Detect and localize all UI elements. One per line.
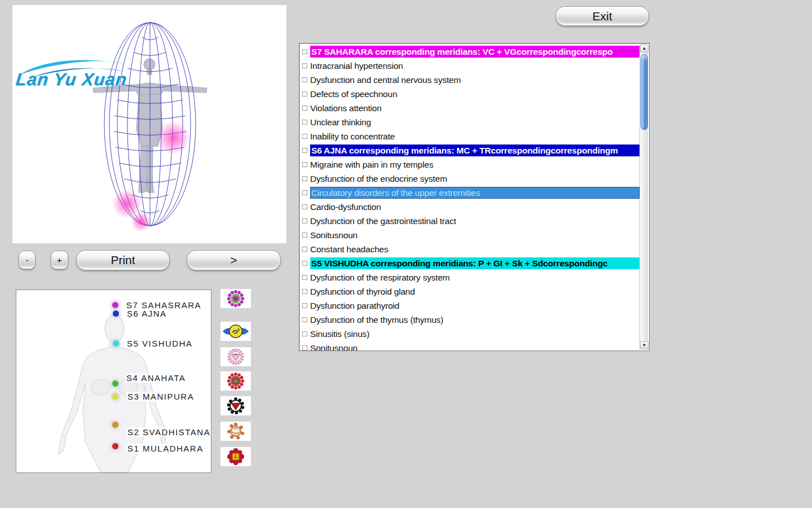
row-label: Dysfunction and central nervous system xyxy=(310,74,461,86)
row-label: Intracranial hypertension xyxy=(310,60,403,72)
list-item-row[interactable]: Dysfunction and central nervous system xyxy=(300,73,639,87)
list-item-row[interactable]: Sonitusnoun xyxy=(300,341,639,351)
list-item-row[interactable]: Dysfunction of the endocrine system xyxy=(300,172,639,186)
sahasrara-chakra-icon[interactable] xyxy=(220,289,251,308)
list-header-row[interactable]: S6 AJNA corresponding meridians: MC + TR… xyxy=(300,143,639,157)
row-label: Dysfunction of thyroid gland xyxy=(310,286,415,297)
chakra-marker-s5[interactable]: S5 VISHUDHA xyxy=(113,339,194,348)
checkbox[interactable] xyxy=(302,204,307,209)
checkbox[interactable] xyxy=(302,49,307,54)
checkbox[interactable] xyxy=(302,233,307,238)
chakra-body-map-panel: S7 SAHASRARA S6 AJNA S5 VISHUDHA S4 ANAH… xyxy=(16,290,211,473)
row-label: Circulatory disorders of the upper extre… xyxy=(310,187,639,199)
print-button[interactable]: Print xyxy=(76,250,170,270)
manipura-chakra-icon[interactable] xyxy=(220,396,251,415)
row-label: S7 SAHARARA corresponding meridians: VC … xyxy=(310,46,639,58)
chakra-dot-s5 xyxy=(113,340,119,347)
chakra-dot-s6 xyxy=(113,310,119,317)
checkbox[interactable] xyxy=(302,331,307,336)
checkbox[interactable] xyxy=(302,106,307,111)
chakra-label-s5: S5 VISHUDHA xyxy=(126,339,194,348)
chakra-label-s3: S3 MANIPURA xyxy=(126,392,195,401)
row-label: Sonitusnoun xyxy=(310,342,358,351)
chakra-marker-s1[interactable]: S1 MULADHARA xyxy=(112,441,205,451)
aura-wireframe-graphic xyxy=(12,5,286,243)
row-label: Sonitusnoun xyxy=(310,229,358,241)
row-label: Dysfunction of the gastrointestinal trac… xyxy=(310,215,456,227)
list-item-row[interactable]: Violations attention xyxy=(300,101,639,115)
list-item-row[interactable]: Inability to concentrate xyxy=(300,129,639,143)
row-label: Dysfunction parathyroid xyxy=(310,300,399,312)
logo: Lan Yu Xuan xyxy=(15,55,139,94)
checkbox[interactable] xyxy=(302,148,307,153)
aura-hotspot xyxy=(156,121,190,155)
anahata-chakra-icon[interactable] xyxy=(220,371,251,391)
list-item-row[interactable]: Dysfunction of the respiratory system xyxy=(300,270,639,284)
list-item-row[interactable]: Intracranial hypertension xyxy=(300,59,639,73)
list-item-row[interactable]: Constant headaches xyxy=(300,242,639,256)
chakra-marker-s2[interactable]: S2 SVADHISTANA xyxy=(112,420,211,430)
scroll-up-icon[interactable]: ▲ xyxy=(640,45,648,52)
row-label: Constant headaches xyxy=(310,243,389,255)
meridian-list[interactable]: S7 SAHARARA corresponding meridians: VC … xyxy=(299,43,650,351)
chakra-dot-s4 xyxy=(112,380,118,387)
svadhistana-chakra-icon[interactable] xyxy=(220,422,251,441)
aura-panel: Lan Yu Xuan xyxy=(12,5,286,243)
checkbox[interactable] xyxy=(302,275,307,280)
next-button[interactable]: > xyxy=(187,250,281,270)
row-label: Inability to concentrate xyxy=(310,130,395,142)
list-scrollbar[interactable]: ▲ ▼ xyxy=(639,45,648,349)
logo-text: Lan Yu Xuan xyxy=(15,69,128,90)
chakra-marker-s6[interactable]: S6 AJNA xyxy=(113,309,168,318)
checkbox[interactable] xyxy=(302,176,307,181)
list-item-row[interactable]: Dysfunction parathyroid xyxy=(300,299,639,313)
list-item-row[interactable]: Dysfunction of the gastrointestinal trac… xyxy=(300,214,639,228)
checkbox[interactable] xyxy=(302,345,307,351)
chakra-label-s1: S1 MULADHARA xyxy=(126,444,205,453)
checkbox[interactable] xyxy=(302,247,307,252)
checkbox[interactable] xyxy=(302,63,307,68)
chakra-marker-s3[interactable]: S3 MANIPURA xyxy=(112,392,195,401)
checkbox[interactable] xyxy=(302,162,307,167)
checkbox[interactable] xyxy=(302,303,307,308)
row-label: Violations attention xyxy=(310,102,382,114)
list-item-row[interactable]: Dysfunction of the thymus (thymus) xyxy=(300,313,639,327)
list-item-row[interactable]: Unclear thinking xyxy=(300,115,639,129)
row-label: S6 AJNA corresponding meridians: MC + TR… xyxy=(310,144,639,156)
vishudha-chakra-icon[interactable] xyxy=(220,347,251,366)
checkbox[interactable] xyxy=(302,190,307,195)
chakra-dot-s1 xyxy=(112,443,118,449)
checkbox[interactable] xyxy=(302,91,307,97)
checkbox[interactable] xyxy=(302,120,307,125)
zoom-in-button[interactable]: + xyxy=(51,251,68,269)
list-item-row[interactable]: Dysfunction of thyroid gland xyxy=(300,284,639,299)
row-label: Dysfunction of the thymus (thymus) xyxy=(310,314,443,326)
chakra-marker-s4[interactable]: S4 ANAHATA xyxy=(112,375,187,385)
exit-button[interactable]: Exit xyxy=(555,6,649,26)
ajna-chakra-icon[interactable] xyxy=(220,322,251,341)
checkbox[interactable] xyxy=(302,317,307,322)
chakra-dot-s2 xyxy=(112,422,118,428)
row-label: Defects of speechnoun xyxy=(310,88,397,100)
scrollbar-thumb[interactable] xyxy=(641,54,648,130)
chakra-label-s4: S4 ANAHATA xyxy=(125,373,187,383)
checkbox[interactable] xyxy=(302,77,307,82)
list-item-row[interactable]: Sonitusnoun xyxy=(300,228,639,242)
list-item-row[interactable]: Sinusitis (sinus) xyxy=(300,327,639,341)
checkbox[interactable] xyxy=(302,134,307,139)
list-item-row[interactable]: Defects of speechnoun xyxy=(300,87,639,101)
checkbox[interactable] xyxy=(302,289,307,294)
list-item-row[interactable]: Migraine with pain in my temples xyxy=(300,157,639,172)
list-item-row[interactable]: Circulatory disorders of the upper extre… xyxy=(300,186,639,200)
scroll-down-icon[interactable]: ▼ xyxy=(640,341,648,349)
checkbox[interactable] xyxy=(302,218,307,224)
list-header-row[interactable]: S7 SAHARARA corresponding meridians: VC … xyxy=(300,45,639,59)
row-label: Unclear thinking xyxy=(310,116,371,128)
muladhara-chakra-icon[interactable] xyxy=(220,447,251,466)
list-item-row[interactable]: Cardio-dysfunction xyxy=(300,200,639,214)
zoom-out-button[interactable]: - xyxy=(19,251,36,269)
list-header-row[interactable]: S5 VISHUDHA corresponding meridians: P +… xyxy=(300,256,639,270)
chakra-label-s2: S2 SVADHISTANA xyxy=(126,427,211,437)
aura-hotspot xyxy=(131,212,151,232)
checkbox[interactable] xyxy=(302,261,307,266)
